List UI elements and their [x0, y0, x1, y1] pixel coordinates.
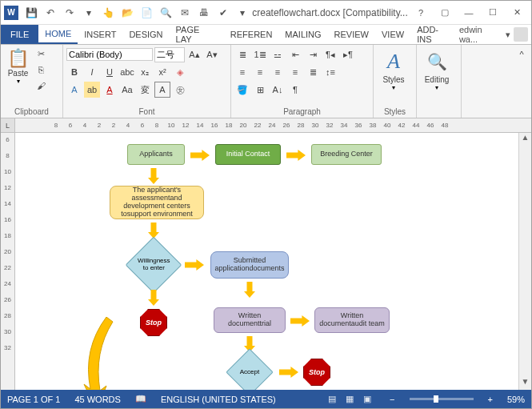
flowchart-submitted[interactable]: Submitted applicationdocuments	[210, 251, 289, 279]
scroll-down-button[interactable]: ▼	[519, 377, 531, 390]
justify-button[interactable]: ≡	[287, 64, 303, 80]
decrease-indent-button[interactable]: ⇤	[287, 46, 303, 62]
print-layout-button[interactable]: ▦	[342, 393, 358, 406]
open-icon[interactable]: 📂	[119, 5, 135, 21]
tab-home[interactable]: HOME	[38, 25, 78, 44]
sort-button[interactable]: A↓	[270, 82, 286, 98]
flowchart-written-trial[interactable]: Written documenttrial	[214, 307, 286, 333]
redo-button[interactable]: ↷	[62, 5, 78, 21]
zoom-percent[interactable]: 59%	[507, 395, 525, 404]
qat-customize-icon[interactable]: ▾	[234, 5, 250, 21]
font-size-select[interactable]: 二号	[154, 47, 185, 62]
spelling-icon[interactable]: ✔	[215, 5, 231, 21]
align-right-button[interactable]: ≡	[270, 64, 286, 80]
cut-button[interactable]: ✂	[34, 46, 48, 61]
vertical-ruler[interactable]: 68101214161820222426283032	[1, 133, 15, 390]
zoom-in-button[interactable]: +	[488, 395, 493, 404]
scroll-up-button[interactable]: ▲	[519, 133, 531, 146]
help-button[interactable]: ?	[410, 5, 432, 21]
print-preview-icon[interactable]: 🔍	[158, 5, 174, 21]
flowchart-accept[interactable]: Accept	[226, 348, 273, 390]
user-menu-chevron-icon[interactable]: ▾	[506, 30, 510, 40]
tab-page-layout[interactable]: PAGE LAY	[170, 25, 224, 44]
zoom-out-button[interactable]: −	[390, 395, 394, 404]
new-icon[interactable]: 📄	[138, 5, 154, 21]
distribute-button[interactable]: ≣	[305, 64, 321, 80]
collapse-ribbon-button[interactable]: ^	[514, 46, 530, 62]
char-border-button[interactable]: A	[154, 82, 170, 98]
tab-view[interactable]: VIEW	[375, 25, 410, 44]
editing-button[interactable]: 🔍 Editing ▾	[420, 46, 454, 93]
bullets-button[interactable]: ≣	[234, 46, 250, 62]
read-mode-button[interactable]: ▤	[324, 393, 340, 406]
status-language[interactable]: ENGLISH (UNITED STATES)	[161, 395, 276, 404]
align-center-button[interactable]: ≡	[252, 64, 268, 80]
avatar[interactable]	[514, 27, 528, 42]
numbering-button[interactable]: 1≣	[252, 46, 268, 62]
clear-format-button[interactable]: ◈	[172, 64, 188, 80]
underline-button[interactable]: U	[102, 64, 118, 80]
rtl-button[interactable]: ▸¶	[340, 46, 356, 62]
strikethrough-button[interactable]: abc	[119, 64, 135, 80]
tab-insert[interactable]: INSERT	[78, 25, 122, 44]
font-color-button[interactable]: A	[102, 82, 118, 98]
flowchart-willingness[interactable]: Willingness to enter	[126, 237, 182, 294]
tab-references[interactable]: REFEREN	[224, 25, 279, 44]
flowchart-breeding-center[interactable]: Breeding Center	[311, 144, 382, 165]
ribbon-options-button[interactable]: ▢	[434, 5, 456, 21]
borders-button[interactable]: ⊞	[252, 82, 268, 98]
enclose-char-button[interactable]: ㊛	[172, 82, 188, 98]
shading-button[interactable]: 🪣	[234, 82, 250, 98]
text-effects-button[interactable]: A	[66, 82, 82, 98]
flowchart-assessment[interactable]: The applicant's assessmentand developmen…	[110, 186, 204, 219]
styles-button[interactable]: A Styles ▾	[377, 46, 410, 93]
copy-button[interactable]: ⎘	[34, 62, 48, 77]
tab-addins[interactable]: ADD-INS	[410, 25, 459, 44]
email-icon[interactable]: ✉	[177, 5, 193, 21]
italic-button[interactable]: I	[84, 64, 100, 80]
flowchart-stop-1[interactable]: Stop	[140, 309, 167, 336]
shrink-font-button[interactable]: A▾	[204, 46, 220, 62]
subscript-button[interactable]: x₂	[137, 64, 153, 80]
vertical-scrollbar[interactable]: ▲ ▼	[518, 133, 531, 390]
tab-file[interactable]: FILE	[1, 25, 38, 44]
multilevel-button[interactable]: ⚍	[270, 46, 286, 62]
tab-mailing[interactable]: MAILING	[278, 25, 327, 44]
save-button[interactable]: 💾	[23, 5, 39, 21]
web-layout-button[interactable]: ▣	[359, 393, 375, 406]
ltr-button[interactable]: ¶◂	[322, 46, 338, 62]
grow-font-button[interactable]: A▴	[186, 46, 202, 62]
flowchart-stop-2[interactable]: Stop	[303, 359, 330, 386]
status-words[interactable]: 45 WORDS	[74, 395, 120, 404]
zoom-thumb[interactable]	[434, 395, 438, 403]
increase-indent-button[interactable]: ⇥	[305, 46, 321, 62]
bold-button[interactable]: B	[66, 64, 82, 80]
tab-review[interactable]: REVIEW	[328, 25, 375, 44]
show-marks-button[interactable]: ¶	[287, 82, 303, 98]
flowchart-written-audit[interactable]: Written documentaudit team	[314, 307, 390, 333]
proofing-icon[interactable]: 📖	[135, 394, 146, 404]
format-painter-button[interactable]: 🖌	[34, 78, 48, 93]
status-page[interactable]: PAGE 1 OF 1	[7, 395, 60, 404]
paste-button[interactable]: 📋 Paste ▾	[4, 46, 32, 86]
line-spacing-button[interactable]: ↕≡	[322, 64, 338, 80]
superscript-button[interactable]: x²	[154, 64, 170, 80]
highlight-button[interactable]: ab	[84, 82, 100, 98]
change-case-button[interactable]: Aa	[119, 82, 135, 98]
align-left-button[interactable]: ≡	[234, 64, 250, 80]
maximize-button[interactable]: ☐	[482, 5, 504, 21]
flowchart-applicants[interactable]: Applicants	[127, 144, 185, 165]
minimize-button[interactable]: —	[458, 5, 480, 21]
tab-design[interactable]: DESIGN	[122, 25, 169, 44]
user-name[interactable]: edwin wa...	[459, 25, 502, 44]
font-name-select[interactable]: Calibri (Body)	[66, 48, 153, 61]
close-button[interactable]: ✕	[506, 5, 528, 21]
horizontal-ruler[interactable]: L 86422468101214161820222426283032343638…	[1, 118, 531, 133]
zoom-slider[interactable]	[410, 398, 474, 400]
undo-button[interactable]: ↶	[42, 5, 58, 21]
phonetic-guide-button[interactable]: 変	[137, 82, 153, 98]
touch-mode-icon[interactable]: 👆	[100, 5, 116, 21]
flowchart-initial-contact[interactable]: Initial Contact	[215, 144, 281, 165]
qat-more-button[interactable]: ▾	[81, 5, 97, 21]
print-icon[interactable]: 🖶	[196, 5, 212, 21]
